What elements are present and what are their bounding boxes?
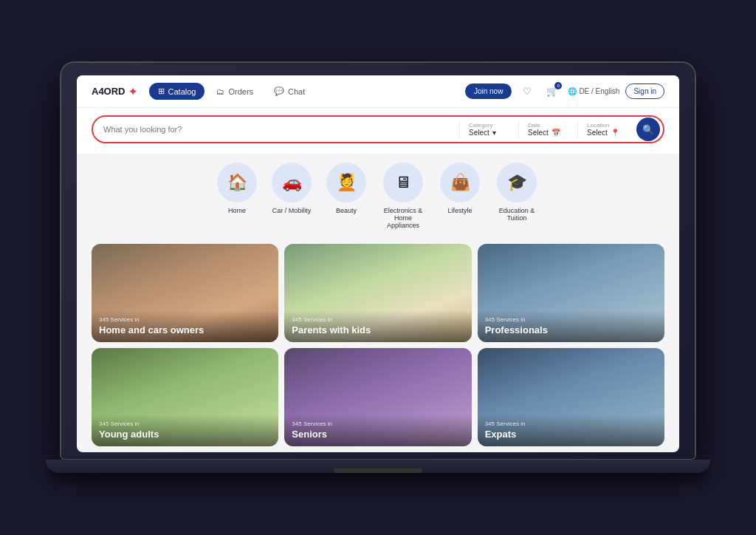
cart-badge: 0: [554, 82, 562, 89]
category-label: Category: [469, 122, 509, 129]
laptop-base: [46, 460, 710, 473]
globe-icon: 🌐: [568, 87, 577, 95]
screen-bezel: A4ORD ✦ ⊞ Catalog 🗂 Orders: [61, 62, 695, 460]
card-3-services: 345 Services in: [485, 316, 657, 323]
screen: A4ORD ✦ ⊞ Catalog 🗂 Orders: [77, 75, 679, 452]
calendar-icon: 📅: [551, 129, 560, 137]
search-icon: 🔍: [642, 124, 654, 135]
card-expats[interactable]: 345 Services in Expats: [478, 348, 664, 446]
nav-catalog[interactable]: ⊞ Catalog: [149, 83, 205, 100]
location-label: Location: [587, 122, 628, 129]
cards-section: 345 Services in Home and cars owners 345…: [77, 238, 679, 452]
logo-icon: ✦: [128, 86, 137, 98]
cart-button[interactable]: 🛒 0: [543, 82, 562, 101]
location-icon: 📍: [611, 129, 619, 137]
education-icon: 🎓: [507, 173, 527, 192]
category-home[interactable]: 🏠 Home: [217, 163, 257, 229]
lang-label: DE / English: [579, 87, 619, 95]
nav-chat-label: Chat: [288, 87, 305, 96]
card-seniors[interactable]: 345 Services in Seniors: [284, 348, 471, 446]
language-selector[interactable]: 🌐 DE / English: [568, 87, 619, 95]
car-icon: 🚗: [282, 173, 302, 192]
location-filter[interactable]: Location Select 📍: [577, 120, 636, 138]
card-5-services: 345 Services in: [292, 420, 464, 427]
card-4-services: 345 Services in: [99, 420, 271, 427]
category-beauty-circle: 💆: [326, 163, 366, 202]
logo: A4ORD ✦: [92, 86, 137, 98]
card-6-title: Expats: [485, 429, 657, 440]
nav-catalog-label: Catalog: [168, 87, 196, 96]
card-young-adults[interactable]: 345 Services in Young adults: [92, 348, 278, 446]
card-5-overlay: 345 Services in Seniors: [284, 415, 471, 446]
card-home-owners[interactable]: 345 Services in Home and cars owners: [92, 244, 278, 342]
search-section: Category Select ▾ Date Select �: [77, 108, 679, 154]
laptop-container: A4ORD ✦ ⊞ Catalog 🗂 Orders: [61, 62, 695, 473]
date-label: Date: [528, 122, 568, 129]
card-3-overlay: 345 Services in Professionals: [478, 310, 664, 342]
card-6-overlay: 345 Services in Expats: [478, 415, 664, 446]
header: A4ORD ✦ ⊞ Catalog 🗂 Orders: [77, 75, 679, 108]
nav-orders-label: Orders: [228, 87, 253, 96]
category-lifestyle-circle: 👜: [440, 163, 480, 202]
card-professionals[interactable]: 345 Services in Professionals: [478, 244, 664, 342]
heart-icon: ♡: [523, 86, 532, 97]
search-filters: Category Select ▾ Date Select �: [459, 120, 636, 138]
category-education-circle: 🎓: [497, 163, 537, 202]
card-4-title: Young adults: [99, 429, 271, 440]
app-container: A4ORD ✦ ⊞ Catalog 🗂 Orders: [77, 75, 679, 452]
category-lifestyle[interactable]: 👜 Lifestyle: [440, 163, 480, 229]
card-5-title: Seniors: [292, 429, 464, 440]
category-electronics-label: Electronics & Home Appliances: [381, 207, 425, 229]
category-car-label: Car / Mobility: [272, 207, 312, 214]
card-parents[interactable]: 345 Services in Parents with kids: [284, 244, 471, 342]
catalog-icon: ⊞: [158, 86, 165, 96]
search-button[interactable]: 🔍: [636, 117, 660, 141]
category-chevron: ▾: [492, 129, 496, 137]
date-filter[interactable]: Date Select 📅: [518, 120, 577, 138]
category-value: Select: [469, 129, 489, 137]
category-home-label: Home: [228, 207, 246, 214]
electronics-icon: 🖥: [395, 173, 411, 192]
category-filter[interactable]: Category Select ▾: [459, 120, 518, 138]
search-input[interactable]: [103, 125, 459, 134]
nav-items: ⊞ Catalog 🗂 Orders 💬 Chat: [149, 83, 453, 100]
card-2-overlay: 345 Services in Parents with kids: [284, 310, 471, 342]
category-beauty-label: Beauty: [336, 207, 357, 214]
header-right: Join now ♡ 🛒 0 🌐 DE / English Sign in: [465, 82, 664, 101]
search-bar: Category Select ▾ Date Select �: [92, 115, 664, 143]
categories-row: 🏠 Home 🚗 Car / Mobility 💆: [77, 154, 679, 238]
card-4-overlay: 345 Services in Young adults: [92, 415, 278, 446]
signin-button[interactable]: Sign in: [625, 84, 664, 99]
card-6-services: 345 Services in: [485, 420, 657, 427]
home-icon: 🏠: [227, 173, 247, 192]
card-2-title: Parents with kids: [292, 324, 464, 336]
category-home-circle: 🏠: [217, 163, 257, 202]
wishlist-button[interactable]: ♡: [518, 82, 537, 101]
card-2-services: 345 Services in: [292, 316, 464, 323]
chat-icon: 💬: [274, 86, 284, 96]
join-button[interactable]: Join now: [465, 84, 512, 99]
category-electronics-circle: 🖥: [383, 163, 423, 202]
card-1-title: Home and cars owners: [99, 324, 271, 336]
category-lifestyle-label: Lifestyle: [447, 207, 472, 214]
category-education-label: Education & Tuition: [495, 207, 539, 222]
beauty-icon: 💆: [337, 173, 357, 192]
card-1-overlay: 345 Services in Home and cars owners: [92, 310, 278, 342]
location-value: Select: [587, 129, 608, 137]
card-3-title: Professionals: [485, 324, 657, 336]
category-education[interactable]: 🎓 Education & Tuition: [495, 163, 539, 229]
lifestyle-icon: 👜: [450, 173, 470, 192]
category-car-circle: 🚗: [272, 163, 312, 202]
card-1-services: 345 Services in: [99, 316, 271, 323]
date-value: Select: [528, 129, 549, 137]
category-car[interactable]: 🚗 Car / Mobility: [272, 163, 312, 229]
category-electronics[interactable]: 🖥 Electronics & Home Appliances: [381, 163, 425, 229]
logo-text: A4ORD: [92, 86, 126, 97]
orders-icon: 🗂: [216, 87, 224, 96]
nav-chat[interactable]: 💬 Chat: [265, 83, 314, 100]
category-beauty[interactable]: 💆 Beauty: [326, 163, 366, 229]
nav-orders[interactable]: 🗂 Orders: [207, 84, 262, 100]
